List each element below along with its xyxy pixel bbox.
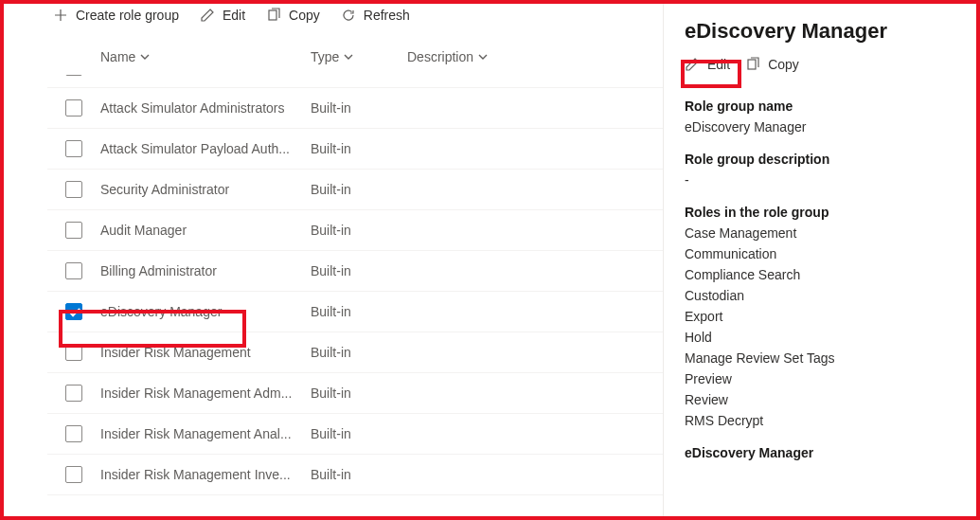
table-row[interactable]: eDiscovery ManagerBuilt-in bbox=[47, 292, 663, 332]
row-name: Insider Risk Management Inve... bbox=[100, 467, 311, 482]
svg-rect-0 bbox=[269, 10, 276, 20]
copy-label: Copy bbox=[289, 8, 320, 23]
chevron-down-icon bbox=[477, 51, 489, 63]
list-toolbar: Create role group Edit Copy Refresh bbox=[47, 8, 663, 23]
create-role-group-button[interactable]: Create role group bbox=[53, 8, 179, 23]
table-row[interactable]: Purview AdministratorsBuilt-in bbox=[47, 75, 407, 87]
column-type-header[interactable]: Type bbox=[311, 49, 407, 64]
column-type-label: Type bbox=[311, 49, 339, 64]
role-entry: Export bbox=[685, 309, 961, 324]
pencil-icon bbox=[200, 8, 215, 23]
role-group-description-label: Role group description bbox=[685, 152, 961, 167]
role-entry: Compliance Search bbox=[685, 267, 961, 282]
refresh-label: Refresh bbox=[364, 8, 410, 23]
row-checkbox[interactable] bbox=[65, 222, 82, 239]
row-name: Billing Administrator bbox=[100, 263, 311, 278]
row-name: Insider Risk Management Anal... bbox=[100, 426, 311, 441]
row-checkbox[interactable] bbox=[65, 75, 82, 76]
panel-toolbar: Edit Copy bbox=[685, 57, 961, 72]
row-type: Built-in bbox=[311, 263, 407, 278]
role-entry: Custodian bbox=[685, 288, 961, 303]
copy-icon bbox=[266, 8, 281, 23]
role-group-name-label: Role group name bbox=[685, 99, 961, 114]
row-checkbox[interactable] bbox=[65, 140, 82, 157]
table-row[interactable]: Audit ManagerBuilt-in bbox=[47, 210, 663, 251]
create-label: Create role group bbox=[76, 8, 179, 23]
role-entry: Review bbox=[685, 392, 961, 407]
row-type: Built-in bbox=[311, 141, 407, 156]
table-row[interactable]: Attack Simulator AdministratorsBuilt-in bbox=[47, 88, 663, 129]
column-name-header[interactable]: Name bbox=[100, 49, 311, 64]
panel-copy-button[interactable]: Copy bbox=[745, 57, 799, 72]
table-row[interactable]: Insider Risk Management Anal...Built-in bbox=[47, 414, 663, 455]
row-name: Attack Simulator Administrators bbox=[100, 100, 311, 116]
row-type: Built-in bbox=[311, 223, 407, 238]
pencil-icon bbox=[685, 57, 700, 72]
plus-icon bbox=[53, 8, 68, 23]
edit-label: Edit bbox=[223, 8, 245, 23]
row-checkbox[interactable] bbox=[65, 466, 82, 483]
copy-button[interactable]: Copy bbox=[266, 8, 320, 23]
panel-title: eDiscovery Manager bbox=[685, 19, 961, 44]
roles-in-group-label: Roles in the role group bbox=[685, 205, 961, 220]
svg-rect-1 bbox=[748, 60, 756, 69]
chevron-down-icon bbox=[343, 51, 354, 63]
copy-icon bbox=[745, 57, 760, 72]
panel-edit-button[interactable]: Edit bbox=[685, 57, 730, 72]
row-name: Insider Risk Management Adm... bbox=[100, 386, 311, 401]
row-type: Built-in bbox=[311, 182, 407, 197]
refresh-button[interactable]: Refresh bbox=[341, 8, 410, 23]
role-entry: Manage Review Set Tags bbox=[685, 350, 961, 366]
row-checkbox[interactable] bbox=[65, 385, 82, 402]
row-type: Built-in bbox=[311, 100, 407, 116]
table-header: Name Type Description bbox=[47, 40, 663, 75]
row-checkbox[interactable] bbox=[65, 99, 82, 117]
row-checkbox[interactable] bbox=[65, 181, 82, 198]
column-name-label: Name bbox=[100, 49, 135, 64]
table-row[interactable]: Insider Risk ManagementBuilt-in bbox=[47, 332, 663, 373]
subgroup-label: eDiscovery Manager bbox=[685, 445, 961, 460]
role-group-description-value: - bbox=[685, 172, 961, 188]
panel-edit-label: Edit bbox=[707, 57, 730, 72]
row-type: Built-in bbox=[311, 345, 407, 360]
row-name: Insider Risk Management bbox=[100, 345, 311, 360]
chevron-down-icon bbox=[139, 51, 151, 63]
row-checkbox[interactable] bbox=[65, 425, 82, 442]
row-name: eDiscovery Manager bbox=[100, 304, 311, 319]
row-checkbox[interactable] bbox=[65, 344, 82, 361]
table-row[interactable]: Insider Risk Management Inve...Built-in bbox=[47, 455, 663, 495]
table-row[interactable]: Billing AdministratorBuilt-in bbox=[47, 251, 663, 292]
table-row[interactable]: Insider Risk Management Adm...Built-in bbox=[47, 373, 663, 414]
role-group-name-value: eDiscovery Manager bbox=[685, 119, 961, 134]
row-name: Audit Manager bbox=[100, 223, 311, 238]
row-name: Attack Simulator Payload Auth... bbox=[100, 141, 311, 156]
table-row[interactable]: Security AdministratorBuilt-in bbox=[47, 170, 663, 210]
row-type: Built-in bbox=[311, 467, 407, 482]
row-name: Security Administrator bbox=[100, 182, 311, 197]
edit-button[interactable]: Edit bbox=[200, 8, 245, 23]
row-checkbox[interactable] bbox=[65, 303, 82, 320]
row-type: Built-in bbox=[311, 304, 407, 319]
table-row[interactable]: Attack Simulator Payload Auth...Built-in bbox=[47, 129, 663, 170]
details-panel: eDiscovery Manager Edit Copy Role group … bbox=[663, 0, 980, 520]
row-type: Built-in bbox=[311, 386, 407, 401]
column-description-label: Description bbox=[407, 49, 473, 64]
role-entry: Communication bbox=[685, 246, 961, 261]
panel-copy-label: Copy bbox=[768, 57, 799, 72]
role-groups-list: Create role group Edit Copy Refresh Name bbox=[0, 0, 663, 520]
column-description-header[interactable]: Description bbox=[407, 49, 663, 64]
row-type: Built-in bbox=[311, 426, 407, 441]
roles-list: Case ManagementCommunicationCompliance S… bbox=[685, 225, 961, 428]
refresh-icon bbox=[341, 8, 356, 23]
row-checkbox[interactable] bbox=[65, 262, 82, 279]
role-entry: Preview bbox=[685, 371, 961, 386]
role-entry: Case Management bbox=[685, 225, 961, 241]
role-entry: RMS Decrypt bbox=[685, 413, 961, 428]
role-entry: Hold bbox=[685, 330, 961, 345]
table-body: Purview AdministratorsBuilt-inAttack Sim… bbox=[47, 75, 663, 495]
